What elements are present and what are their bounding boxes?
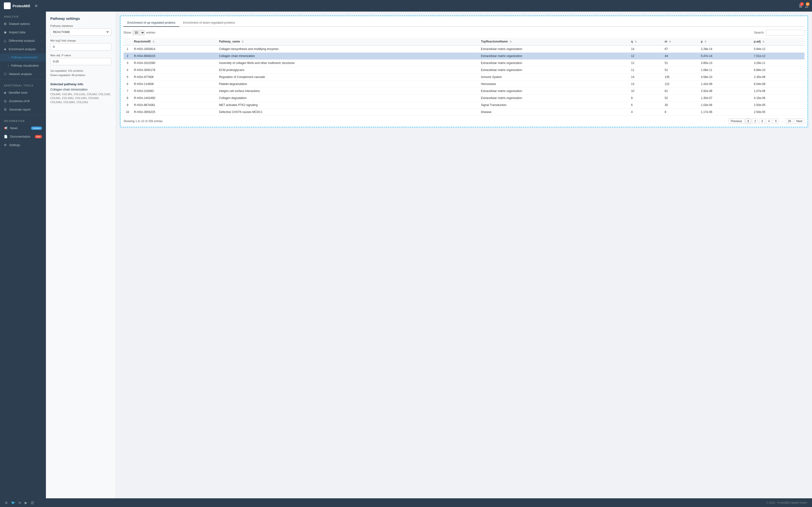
cell-m: 122 — [662, 80, 698, 88]
col-padj[interactable]: p.adj ⇅ — [752, 38, 805, 45]
cell-padj: 6.04e-08 — [752, 80, 805, 88]
cell-p: 1.42e-09 — [698, 80, 751, 88]
cell-q: 13 — [628, 80, 662, 88]
circle-icon: ◉ — [4, 31, 6, 34]
cell-num: 3 — [123, 60, 132, 67]
cell-top-reactome: Immune System — [478, 74, 628, 80]
at-icon[interactable]: @ — [31, 501, 34, 505]
pathway-info: Selected pathway info Collagen chain tri… — [50, 82, 111, 104]
cell-reactome-id: R-HSA-114608 — [132, 80, 216, 88]
cell-m: 52 — [662, 95, 698, 102]
entries-select[interactable]: 10 25 50 100 — [133, 30, 145, 35]
show-label: Show — [123, 31, 131, 34]
sidebar-item-label: Settings — [9, 144, 20, 147]
table-row[interactable]: 3 R-HSA-2022090 Assembly of collagen fib… — [123, 60, 805, 67]
page-btn-26[interactable]: 26 — [785, 119, 793, 124]
sidebar-item-network-analysis[interactable]: ⬡ Network analysis › — [0, 70, 46, 78]
tab-up-regulated[interactable]: Enrichment of up-regulated proteins — [123, 19, 179, 27]
cell-q: 4 — [628, 109, 662, 116]
information-section-label: INFORMATION — [0, 116, 46, 124]
max-pvalue-input[interactable] — [50, 58, 111, 65]
page-btn-4[interactable]: 4 — [766, 119, 772, 124]
cell-top-reactome: Extracellular matrix organization — [478, 88, 628, 95]
cell-reactome-id: R-HSA-3000178 — [132, 67, 216, 74]
table-row[interactable]: 10 R-HSA-3656225 Defective CHST6 causes … — [123, 109, 805, 116]
sidebar-item-pathway-visualization[interactable]: › Pathway visualization — [0, 62, 46, 70]
page-btn-1[interactable]: 1 — [745, 119, 751, 124]
cell-m: 135 — [662, 74, 698, 80]
cell-pathway-name: ECM proteoglycans — [216, 67, 478, 74]
settings-title: Pathway settings — [50, 16, 111, 20]
sidebar-item-differential-analysis[interactable]: △ Differential analysis › — [0, 37, 46, 45]
cell-top-reactome: Extracellular matrix organization — [478, 53, 628, 60]
min-fold-change-input[interactable] — [50, 43, 111, 50]
table-controls: Show 10 25 50 100 entries Search: — [123, 30, 805, 36]
cell-m: 81 — [662, 88, 698, 95]
cell-pathway-name: Collagen degradation — [216, 95, 478, 102]
app-logo: ⚙ ProteoMill — [4, 2, 30, 9]
search-input[interactable] — [766, 30, 805, 36]
cell-num: 2 — [123, 53, 132, 60]
table-row[interactable]: 6 R-HSA-114608 Platelet degranulation He… — [123, 80, 805, 88]
table-row[interactable]: 5 R-HSA-977606 Regulation of Complement … — [123, 74, 805, 80]
pathway-genes: COL6A5, COL3A1, COL11A1, COL6A2, COL11A2… — [50, 92, 111, 104]
cell-padj: 6.88e-10 — [752, 67, 805, 74]
prev-button[interactable]: Previous — [729, 119, 744, 124]
sidebar-item-settings[interactable]: ⚙ Settings — [0, 141, 46, 149]
table-row[interactable]: 9 R-HSA-8874081 MET activates PTK2 signa… — [123, 102, 805, 109]
col-m[interactable]: m ⇅ — [662, 38, 698, 45]
pathway-database-select[interactable]: REACTOMEKEGGGOWikiPathways — [50, 29, 111, 36]
cell-p: 1.30e-07 — [698, 95, 751, 102]
page-ellipsis: … — [780, 119, 785, 124]
cell-num: 6 — [123, 80, 132, 88]
app-title: ProteoMill — [12, 4, 30, 8]
sidebar-item-enrichment-analysis[interactable]: ◈ Enrichment analysis › — [0, 45, 46, 53]
notification-badge-1[interactable]: ☰ 7 — [799, 4, 802, 8]
tag-icon: ◈ — [4, 91, 6, 95]
linkedin-icon[interactable]: in — [18, 501, 21, 505]
pathway-database-group: Pathway database REACTOMEKEGGGOWikiPathw… — [50, 24, 111, 36]
table-row[interactable]: 1 R-HSA-1650814 Collagen biosynthesis an… — [123, 45, 805, 53]
table-row[interactable]: 4 R-HSA-3000178 ECM proteoglycans Extrac… — [123, 67, 805, 74]
github-icon[interactable]: ⊕ — [5, 501, 8, 505]
footer-icons: ⊕ 🐦 in ▶ @ — [5, 501, 34, 505]
table-row[interactable]: 7 R-HSA-216083 Integrin cell surface int… — [123, 88, 805, 95]
twitter-icon[interactable]: 🐦 — [11, 501, 15, 505]
chart-icon: ◎ — [4, 99, 6, 103]
sidebar-item-documentation[interactable]: 📄 Documentation New — [0, 132, 46, 141]
sidebar-item-pathway-enrichment[interactable]: › Pathway enrichment — [0, 53, 46, 62]
page-btn-2[interactable]: 2 — [752, 119, 758, 124]
page-btn-3[interactable]: 3 — [759, 119, 765, 124]
hexagon-icon: ⬡ — [4, 72, 6, 76]
table-row[interactable]: 8 R-HSA-1442490 Collagen degradation Ext… — [123, 95, 805, 102]
sidebar-item-news[interactable]: 📢 News Updates — [0, 124, 46, 132]
notification-badge-2[interactable]: △ 32 — [805, 4, 808, 8]
sidebar-item-generate-report[interactable]: ☰ Generate report — [0, 105, 46, 114]
sidebar-item-goodness-of-fit[interactable]: ◎ Goodness-of-fit — [0, 97, 46, 105]
cell-num: 1 — [123, 45, 132, 53]
grid-icon: ⊞ — [4, 22, 6, 25]
sidebar-item-identifier-tools[interactable]: ◈ Identifier tools — [0, 89, 46, 97]
col-p[interactable]: p ⇅ — [698, 38, 751, 45]
cell-m: 44 — [662, 53, 698, 60]
tab-down-regulated[interactable]: Enrichment of down-regulated proteins — [179, 19, 239, 27]
table-row[interactable]: 2 R-HSA-8948216 Collagen chain trimeriza… — [123, 53, 805, 60]
col-top-reactome[interactable]: TopReactomeName ⇅ — [478, 38, 628, 45]
youtube-icon[interactable]: ▶ — [24, 501, 27, 505]
page-btn-5[interactable]: 5 — [773, 119, 779, 124]
col-reactome-id[interactable]: ReactomeID ⇅ — [132, 38, 216, 45]
upregulated-text: Up-regulated: 161 proteins — [50, 68, 111, 73]
col-q[interactable]: q ⇅ — [628, 38, 662, 45]
col-pathway-name[interactable]: Pathway_name ⇅ — [216, 38, 478, 45]
cell-top-reactome: Extracellular matrix organization — [478, 67, 628, 74]
sidebar-item-dataset-options[interactable]: ⊞ Dataset options › — [0, 19, 46, 28]
sidebar: ANALYSIS ⊞ Dataset options › ◉ Inspect d… — [0, 12, 46, 498]
cell-q: 12 — [628, 53, 662, 60]
sidebar-item-inspect-data[interactable]: ◉ Inspect data › — [0, 28, 46, 37]
next-button[interactable]: Next — [794, 119, 805, 124]
cell-pathway-name: MET activates PTK2 signaling — [216, 102, 478, 109]
cell-reactome-id: R-HSA-977606 — [132, 74, 216, 80]
cell-q: 8 — [628, 95, 662, 102]
cell-reactome-id: R-HSA-8948216 — [132, 53, 216, 60]
menu-icon[interactable]: ≡ — [35, 3, 38, 8]
